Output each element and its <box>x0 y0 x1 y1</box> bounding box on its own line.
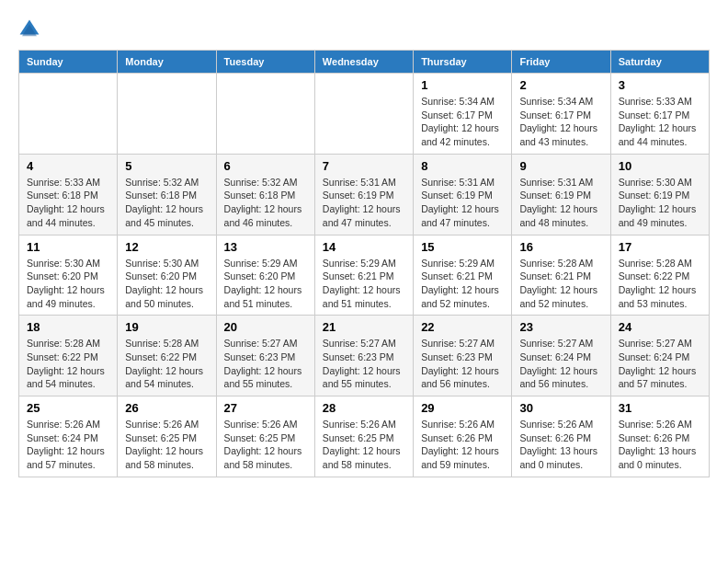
day-info: Sunrise: 5:29 AM Sunset: 6:21 PM Dayligh… <box>421 257 504 311</box>
day-number: 16 <box>519 240 602 254</box>
day-number: 25 <box>27 401 109 415</box>
calendar-header-row: SundayMondayTuesdayWednesdayThursdayFrid… <box>19 51 710 74</box>
day-number: 24 <box>619 320 701 334</box>
day-number: 26 <box>125 401 208 415</box>
calendar-cell: 23Sunrise: 5:27 AM Sunset: 6:24 PM Dayli… <box>512 316 610 396</box>
column-header-saturday: Saturday <box>610 51 709 74</box>
column-header-thursday: Thursday <box>414 51 512 74</box>
day-info: Sunrise: 5:34 AM Sunset: 6:17 PM Dayligh… <box>519 95 602 149</box>
calendar-cell: 20Sunrise: 5:27 AM Sunset: 6:23 PM Dayli… <box>216 316 314 396</box>
calendar-table: SundayMondayTuesdayWednesdayThursdayFrid… <box>18 50 710 477</box>
day-info: Sunrise: 5:29 AM Sunset: 6:21 PM Dayligh… <box>323 257 405 311</box>
column-header-friday: Friday <box>512 51 610 74</box>
day-number: 11 <box>27 240 109 254</box>
calendar-cell: 17Sunrise: 5:28 AM Sunset: 6:22 PM Dayli… <box>610 235 709 316</box>
day-info: Sunrise: 5:26 AM Sunset: 6:25 PM Dayligh… <box>224 418 307 472</box>
day-number: 5 <box>125 159 208 173</box>
day-number: 9 <box>519 159 602 173</box>
calendar-cell: 29Sunrise: 5:26 AM Sunset: 6:26 PM Dayli… <box>414 396 512 477</box>
day-info: Sunrise: 5:28 AM Sunset: 6:22 PM Dayligh… <box>619 257 701 311</box>
calendar-week-row: 18Sunrise: 5:28 AM Sunset: 6:22 PM Dayli… <box>19 316 710 396</box>
page-header <box>18 18 710 40</box>
day-info: Sunrise: 5:32 AM Sunset: 6:18 PM Dayligh… <box>224 176 307 230</box>
day-info: Sunrise: 5:30 AM Sunset: 6:19 PM Dayligh… <box>619 176 701 230</box>
calendar-cell: 30Sunrise: 5:26 AM Sunset: 6:26 PM Dayli… <box>512 396 610 477</box>
day-info: Sunrise: 5:33 AM Sunset: 6:17 PM Dayligh… <box>619 95 701 149</box>
day-info: Sunrise: 5:34 AM Sunset: 6:17 PM Dayligh… <box>421 95 504 149</box>
calendar-cell: 13Sunrise: 5:29 AM Sunset: 6:20 PM Dayli… <box>216 235 314 316</box>
calendar-cell: 2Sunrise: 5:34 AM Sunset: 6:17 PM Daylig… <box>512 74 610 155</box>
calendar-cell: 14Sunrise: 5:29 AM Sunset: 6:21 PM Dayli… <box>314 235 413 316</box>
logo-icon <box>18 18 40 40</box>
day-number: 12 <box>125 240 208 254</box>
calendar-cell: 12Sunrise: 5:30 AM Sunset: 6:20 PM Dayli… <box>118 235 216 316</box>
calendar-cell: 18Sunrise: 5:28 AM Sunset: 6:22 PM Dayli… <box>19 316 118 396</box>
column-header-monday: Monday <box>118 51 216 74</box>
day-info: Sunrise: 5:32 AM Sunset: 6:18 PM Dayligh… <box>125 176 208 230</box>
day-number: 8 <box>421 159 504 173</box>
day-number: 22 <box>421 320 504 334</box>
day-info: Sunrise: 5:31 AM Sunset: 6:19 PM Dayligh… <box>323 176 405 230</box>
calendar-cell: 24Sunrise: 5:27 AM Sunset: 6:24 PM Dayli… <box>610 316 709 396</box>
calendar-cell <box>216 74 314 155</box>
calendar-cell <box>118 74 216 155</box>
calendar-cell: 10Sunrise: 5:30 AM Sunset: 6:19 PM Dayli… <box>610 154 709 235</box>
calendar-cell <box>19 74 118 155</box>
day-number: 29 <box>421 401 504 415</box>
day-number: 20 <box>224 320 307 334</box>
day-number: 6 <box>224 159 307 173</box>
calendar-cell: 22Sunrise: 5:27 AM Sunset: 6:23 PM Dayli… <box>414 316 512 396</box>
calendar-cell: 15Sunrise: 5:29 AM Sunset: 6:21 PM Dayli… <box>414 235 512 316</box>
day-number: 30 <box>519 401 602 415</box>
day-info: Sunrise: 5:26 AM Sunset: 6:26 PM Dayligh… <box>619 418 701 472</box>
calendar-cell: 16Sunrise: 5:28 AM Sunset: 6:21 PM Dayli… <box>512 235 610 316</box>
day-info: Sunrise: 5:26 AM Sunset: 6:26 PM Dayligh… <box>519 418 602 472</box>
calendar-week-row: 1Sunrise: 5:34 AM Sunset: 6:17 PM Daylig… <box>19 74 710 155</box>
column-header-sunday: Sunday <box>19 51 118 74</box>
day-info: Sunrise: 5:30 AM Sunset: 6:20 PM Dayligh… <box>125 257 208 311</box>
calendar-cell: 7Sunrise: 5:31 AM Sunset: 6:19 PM Daylig… <box>314 154 413 235</box>
day-info: Sunrise: 5:26 AM Sunset: 6:24 PM Dayligh… <box>27 418 109 472</box>
day-number: 2 <box>519 78 602 92</box>
calendar-cell <box>314 74 413 155</box>
calendar-cell: 31Sunrise: 5:26 AM Sunset: 6:26 PM Dayli… <box>610 396 709 477</box>
day-info: Sunrise: 5:28 AM Sunset: 6:22 PM Dayligh… <box>27 337 109 391</box>
day-info: Sunrise: 5:26 AM Sunset: 6:25 PM Dayligh… <box>323 418 405 472</box>
day-number: 7 <box>323 159 405 173</box>
calendar-cell: 3Sunrise: 5:33 AM Sunset: 6:17 PM Daylig… <box>610 74 709 155</box>
day-info: Sunrise: 5:26 AM Sunset: 6:25 PM Dayligh… <box>125 418 208 472</box>
calendar-cell: 1Sunrise: 5:34 AM Sunset: 6:17 PM Daylig… <box>414 74 512 155</box>
day-number: 4 <box>27 159 109 173</box>
day-number: 28 <box>323 401 405 415</box>
day-number: 13 <box>224 240 307 254</box>
calendar-cell: 11Sunrise: 5:30 AM Sunset: 6:20 PM Dayli… <box>19 235 118 316</box>
day-info: Sunrise: 5:27 AM Sunset: 6:23 PM Dayligh… <box>323 337 405 391</box>
calendar-cell: 8Sunrise: 5:31 AM Sunset: 6:19 PM Daylig… <box>414 154 512 235</box>
calendar-cell: 21Sunrise: 5:27 AM Sunset: 6:23 PM Dayli… <box>314 316 413 396</box>
day-number: 17 <box>619 240 701 254</box>
calendar-week-row: 25Sunrise: 5:26 AM Sunset: 6:24 PM Dayli… <box>19 396 710 477</box>
day-number: 1 <box>421 78 504 92</box>
day-info: Sunrise: 5:28 AM Sunset: 6:22 PM Dayligh… <box>125 337 208 391</box>
day-number: 27 <box>224 401 307 415</box>
column-header-wednesday: Wednesday <box>314 51 413 74</box>
calendar-cell: 6Sunrise: 5:32 AM Sunset: 6:18 PM Daylig… <box>216 154 314 235</box>
calendar-cell: 26Sunrise: 5:26 AM Sunset: 6:25 PM Dayli… <box>118 396 216 477</box>
day-number: 14 <box>323 240 405 254</box>
day-number: 23 <box>519 320 602 334</box>
calendar-cell: 28Sunrise: 5:26 AM Sunset: 6:25 PM Dayli… <box>314 396 413 477</box>
day-number: 21 <box>323 320 405 334</box>
logo <box>18 18 44 40</box>
day-info: Sunrise: 5:31 AM Sunset: 6:19 PM Dayligh… <box>421 176 504 230</box>
day-number: 15 <box>421 240 504 254</box>
day-number: 10 <box>619 159 701 173</box>
day-info: Sunrise: 5:28 AM Sunset: 6:21 PM Dayligh… <box>519 257 602 311</box>
day-info: Sunrise: 5:27 AM Sunset: 6:24 PM Dayligh… <box>519 337 602 391</box>
day-info: Sunrise: 5:27 AM Sunset: 6:23 PM Dayligh… <box>421 337 504 391</box>
calendar-cell: 4Sunrise: 5:33 AM Sunset: 6:18 PM Daylig… <box>19 154 118 235</box>
day-info: Sunrise: 5:31 AM Sunset: 6:19 PM Dayligh… <box>519 176 602 230</box>
calendar-cell: 5Sunrise: 5:32 AM Sunset: 6:18 PM Daylig… <box>118 154 216 235</box>
day-info: Sunrise: 5:27 AM Sunset: 6:24 PM Dayligh… <box>619 337 701 391</box>
calendar-week-row: 11Sunrise: 5:30 AM Sunset: 6:20 PM Dayli… <box>19 235 710 316</box>
day-number: 31 <box>619 401 701 415</box>
